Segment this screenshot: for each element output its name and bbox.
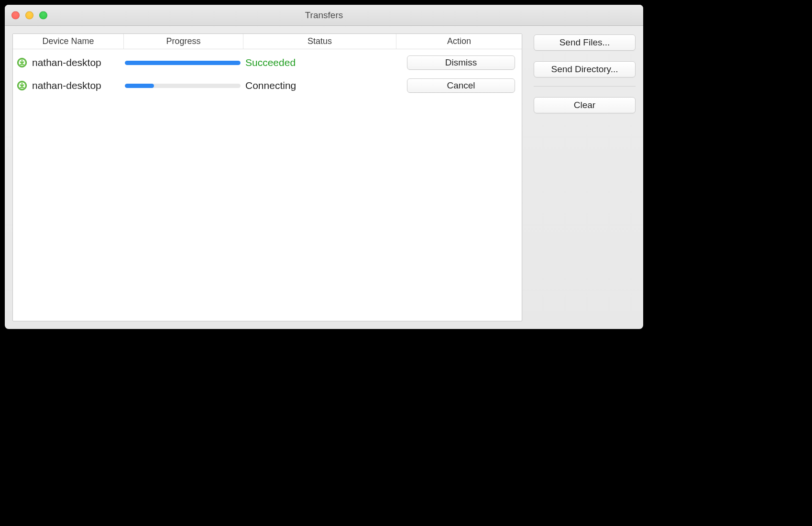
progress-fill	[125, 61, 241, 65]
progress-bar	[125, 61, 241, 65]
window-zoom-button[interactable]	[39, 11, 47, 19]
clear-button[interactable]: Clear	[534, 97, 636, 113]
titlebar[interactable]: Transfers	[5, 5, 643, 26]
table-header: Device Name Progress Status Action	[13, 34, 522, 49]
transfers-window: Transfers Device Name Progress Status Ac…	[5, 5, 643, 329]
dismiss-button[interactable]: Dismiss	[407, 55, 515, 70]
table-row[interactable]: nathan-desktop Connecting Cancel	[13, 74, 522, 97]
column-header-progress[interactable]: Progress	[124, 34, 243, 49]
table-body: nathan-desktop Succeeded Dismiss	[13, 49, 522, 321]
column-header-status[interactable]: Status	[243, 34, 396, 49]
window-close-button[interactable]	[11, 11, 20, 19]
progress-bar	[125, 84, 241, 88]
send-directory-button[interactable]: Send Directory...	[534, 61, 636, 77]
download-icon	[17, 57, 27, 68]
column-header-action[interactable]: Action	[396, 34, 522, 49]
status-text: Succeeded	[243, 57, 396, 68]
table-row[interactable]: nathan-desktop Succeeded Dismiss	[13, 51, 522, 74]
traffic-lights	[11, 11, 47, 19]
device-name: nathan-desktop	[32, 80, 101, 91]
column-header-device[interactable]: Device Name	[13, 34, 124, 49]
status-text: Connecting	[243, 80, 396, 91]
window-minimize-button[interactable]	[25, 11, 33, 19]
send-files-button[interactable]: Send Files...	[534, 34, 636, 51]
device-name: nathan-desktop	[32, 57, 101, 68]
cancel-button[interactable]: Cancel	[407, 78, 515, 93]
window-body: Device Name Progress Status Action natha…	[5, 26, 643, 329]
sidebar-divider	[534, 86, 636, 87]
transfers-table: Device Name Progress Status Action natha…	[12, 33, 522, 321]
download-icon	[17, 80, 27, 91]
sidebar: Send Files... Send Directory... Clear	[534, 33, 636, 321]
progress-fill	[125, 84, 154, 88]
window-title: Transfers	[5, 10, 643, 21]
